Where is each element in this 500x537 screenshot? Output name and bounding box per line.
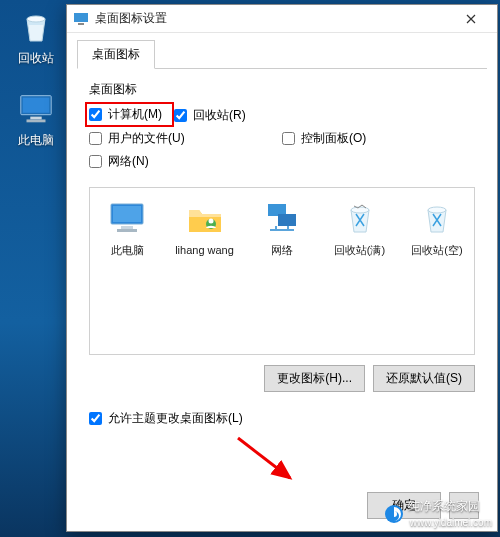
checkbox-network[interactable]: 网络(N) [89, 150, 282, 173]
icon-item-recycle-bin-empty[interactable]: 回收站(空) [406, 198, 468, 344]
icon-item-recycle-bin-full[interactable]: 回收站(满) [329, 198, 391, 344]
computer-icon [17, 90, 55, 128]
icon-item-this-pc[interactable]: 此电脑 [96, 198, 158, 344]
checkbox-label: 回收站(R) [193, 107, 246, 124]
watermark-logo-icon [384, 504, 404, 524]
checkbox-group: 计算机(M) 回收站(R) 用户的文件(U) 控制面板(O) 网络(N) [89, 104, 475, 173]
icon-caption: 此电脑 [96, 244, 158, 257]
desktop-icon-label: 此电脑 [8, 132, 64, 149]
recycle-bin-icon [17, 8, 55, 46]
desktop-icon-settings-dialog: 桌面图标设置 桌面图标 桌面图标 计算机(M) 回收站(R) 用户的文件(U) [66, 4, 498, 532]
checkbox-label: 用户的文件(U) [108, 130, 185, 147]
group-label-desktop-icons: 桌面图标 [89, 81, 475, 98]
tab-desktop-icons[interactable]: 桌面图标 [77, 40, 155, 69]
checkbox-computer[interactable]: 计算机(M) [85, 102, 174, 127]
close-button[interactable] [451, 6, 491, 32]
checkbox-recycle-bin[interactable]: 回收站(R) [174, 104, 367, 127]
svg-point-16 [428, 207, 446, 213]
svg-rect-4 [27, 119, 46, 122]
icon-preview-panel: 此电脑 lihang wang 网络 回收站(满) [89, 187, 475, 355]
dialog-icon [73, 11, 89, 27]
checkbox-label: 计算机(M) [108, 106, 162, 123]
icon-item-network[interactable]: 网络 [251, 198, 313, 344]
dialog-title: 桌面图标设置 [95, 10, 451, 27]
checkbox-input[interactable] [174, 109, 187, 122]
checkbox-label: 网络(N) [108, 153, 149, 170]
desktop-icon-label: 回收站 [8, 50, 64, 67]
svg-rect-5 [74, 13, 88, 22]
icon-caption: 网络 [251, 244, 313, 257]
user-folder-icon [185, 198, 225, 238]
svg-point-12 [208, 219, 213, 224]
checkbox-label: 控制面板(O) [301, 130, 366, 147]
watermark-brand: 纯净系统家园 [408, 499, 480, 513]
checkbox-label: 允许主题更改桌面图标(L) [108, 410, 243, 427]
icon-caption: 回收站(空) [406, 244, 468, 257]
icon-caption: 回收站(满) [329, 244, 391, 257]
checkbox-input[interactable] [282, 132, 295, 145]
svg-rect-10 [117, 229, 137, 232]
desktop-icon-this-pc[interactable]: 此电脑 [8, 90, 64, 149]
icon-item-user-folder[interactable]: lihang wang [174, 198, 236, 344]
svg-rect-3 [30, 117, 41, 120]
checkbox-input[interactable] [89, 412, 102, 425]
recycle-bin-empty-icon [417, 198, 457, 238]
restore-default-button[interactable]: 还原默认值(S) [373, 365, 475, 392]
svg-point-15 [351, 207, 369, 213]
icon-caption: lihang wang [174, 244, 236, 257]
watermark: 纯净系统家园 www.yidaimei.com [384, 498, 492, 529]
checkbox-allow-themes[interactable]: 允许主题更改桌面图标(L) [89, 410, 475, 427]
svg-rect-8 [113, 206, 141, 222]
titlebar: 桌面图标设置 [67, 5, 497, 33]
close-icon [466, 14, 476, 24]
recycle-bin-full-icon [340, 198, 380, 238]
change-icon-button[interactable]: 更改图标(H)... [264, 365, 365, 392]
desktop-icon-recycle-bin[interactable]: 回收站 [8, 8, 64, 67]
checkbox-input[interactable] [89, 108, 102, 121]
svg-rect-2 [23, 98, 50, 113]
checkbox-input[interactable] [89, 132, 102, 145]
computer-icon [107, 198, 147, 238]
tab-row: 桌面图标 [77, 39, 487, 69]
svg-rect-6 [78, 23, 84, 25]
watermark-url: www.yidaimei.com [410, 517, 492, 528]
checkbox-user-files[interactable]: 用户的文件(U) [89, 127, 282, 150]
svg-rect-9 [121, 226, 133, 229]
network-icon [262, 198, 302, 238]
checkbox-input[interactable] [89, 155, 102, 168]
checkbox-control-panel[interactable]: 控制面板(O) [282, 127, 475, 150]
svg-point-0 [27, 16, 45, 22]
svg-rect-14 [278, 214, 296, 226]
